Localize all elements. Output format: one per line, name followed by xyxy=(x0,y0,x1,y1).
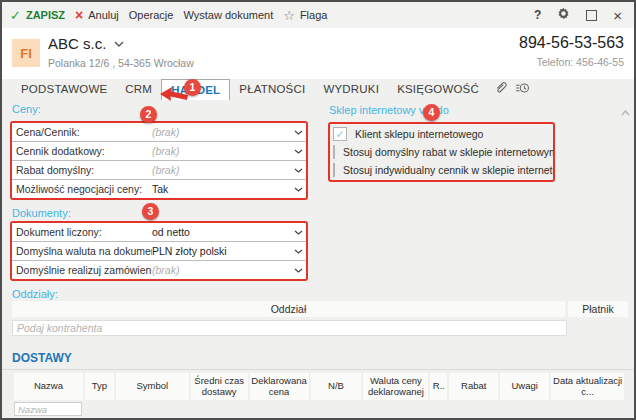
tax-id: 894-56-53-563 xyxy=(519,34,624,52)
paperclip-icon xyxy=(494,80,507,95)
tab-ksiegowosc[interactable]: KSIĘGOWOŚĆ xyxy=(388,79,488,100)
maximize-button[interactable] xyxy=(586,10,597,21)
field-value: (brak) xyxy=(152,145,290,157)
annotation-step-2: 2 xyxy=(140,106,157,123)
oddzialy-section-label: Oddziały: xyxy=(12,288,58,300)
company-name-label: ABC s.c. xyxy=(48,35,106,52)
field-value: PLN złoty polski xyxy=(152,245,290,257)
ceny-section-label: Ceny: xyxy=(12,103,41,115)
field-label: Dokument liczony: xyxy=(12,226,152,238)
field-label: Cena/Cennik: xyxy=(12,126,152,138)
checkbox-row-indywidualny-cennik[interactable]: Stosuj indywidualny cennik w sklepie int… xyxy=(330,161,553,179)
chevron-down-icon[interactable] xyxy=(290,149,306,154)
field-dokument-liczony[interactable]: Dokument liczony: od netto xyxy=(12,223,306,242)
flag-button[interactable]: ☆ Flaga xyxy=(283,9,327,22)
star-icon: ☆ xyxy=(283,9,295,22)
operations-menu[interactable]: Operacje xyxy=(129,9,174,21)
check-icon: ✓ xyxy=(10,9,21,22)
gear-icon xyxy=(557,7,570,20)
tab-platnosci[interactable]: PŁATNOŚCI xyxy=(230,79,314,100)
tab-wydruki[interactable]: WYDRUKI xyxy=(314,79,388,100)
field-value: (brak) xyxy=(152,264,290,276)
column-header-uwagi[interactable]: Uwagi xyxy=(500,373,549,400)
field-value: Tak xyxy=(152,183,290,195)
column-header-deklarowana-cena[interactable]: Deklarowana cena xyxy=(250,373,309,400)
field-value: (brak) xyxy=(152,126,290,138)
cancel-button[interactable]: × Anuluj xyxy=(75,8,119,22)
contractor-header: FI ABC s.c. Polanka 12/6 , 54-365 Wrocła… xyxy=(2,28,634,80)
column-header-symbol[interactable]: Symbol xyxy=(116,373,189,400)
help-button[interactable]: ? xyxy=(534,8,541,22)
tab-bar: PODSTAWOWE CRM HANDEL PŁATNOŚCI WYDRUKI … xyxy=(2,79,634,100)
column-header-sredni-czas[interactable]: Średni czas dostawy xyxy=(191,373,248,400)
history-button[interactable] xyxy=(515,81,530,99)
operations-label: Operacje xyxy=(129,9,174,21)
checkbox-row-klient-sklepu[interactable]: ✓ Klient sklepu internetowego xyxy=(330,125,553,143)
chevron-down-icon[interactable] xyxy=(290,168,306,173)
dostawy-nazwa-filter-input[interactable] xyxy=(14,402,82,416)
dostawy-table-header: Nazwa Typ Symbol Średni czas dostawy Dek… xyxy=(14,373,624,400)
field-cena-cennik[interactable]: Cena/Cennik: (brak) xyxy=(12,123,306,142)
phone-number: Telefon: 456-46-55 xyxy=(536,56,624,68)
toolbar: ✓ ZAPISZ × Anuluj Operacje Wystaw dokume… xyxy=(2,2,634,29)
checkbox-label: Stosuj indywidualny cennik w sklepie int… xyxy=(343,164,555,176)
column-header-typ[interactable]: Typ xyxy=(85,373,114,400)
field-realizuj-zamowienie[interactable]: Domyślnie realizuj zamówienie jako: (bra… xyxy=(12,261,306,279)
field-domyslna-waluta[interactable]: Domyślna waluta na dokumencie: PLN złoty… xyxy=(12,242,306,261)
dostawy-section-title: DOSTAWY xyxy=(12,351,72,365)
column-header-rabat[interactable]: Rabat xyxy=(449,373,498,400)
field-label: Domyślnie realizuj zamówienie jako: xyxy=(12,264,152,276)
cancel-button-label: Anuluj xyxy=(88,9,119,21)
chevron-down-icon[interactable] xyxy=(290,230,306,235)
tab-extra-icons xyxy=(494,79,530,100)
checkbox-label: Stosuj domyślny rabat w sklepie internet… xyxy=(343,146,555,158)
checkbox-unchecked-icon[interactable] xyxy=(333,145,335,159)
checkbox-unchecked-icon[interactable] xyxy=(333,163,335,177)
chevron-down-icon[interactable] xyxy=(290,130,306,135)
field-negocjacja-ceny[interactable]: Możliwość negocjacji ceny: Tak xyxy=(12,180,306,198)
issue-document-label: Wystaw dokument xyxy=(183,9,273,21)
field-label: Możliwość negocjacji ceny: xyxy=(12,183,152,195)
save-button[interactable]: ✓ ZAPISZ xyxy=(10,9,65,22)
app-window: ✓ ZAPISZ × Anuluj Operacje Wystaw dokume… xyxy=(0,0,636,420)
chevron-down-icon[interactable] xyxy=(290,268,306,273)
scrollbar-up-arrow[interactable] xyxy=(621,102,630,120)
company-address: Polanka 12/6 , 54-365 Wrocław xyxy=(48,57,194,69)
dostawy-separator xyxy=(2,369,634,370)
history-clock-icon xyxy=(515,81,530,95)
field-value: od netto xyxy=(152,226,290,238)
column-header-oddzial[interactable]: Oddział xyxy=(12,301,565,317)
attachments-button[interactable] xyxy=(494,80,507,99)
settings-button[interactable] xyxy=(557,6,570,24)
dokumenty-field-group: Dokument liczony: od netto Domyślna walu… xyxy=(10,221,308,281)
avatar: FI xyxy=(12,39,40,67)
field-label: Cennik dodatkowy: xyxy=(12,145,152,157)
chevron-down-icon[interactable] xyxy=(290,249,306,254)
kontrahent-search-input[interactable] xyxy=(12,320,567,336)
issue-document-menu[interactable]: Wystaw dokument xyxy=(183,9,273,21)
close-button[interactable]: × xyxy=(613,8,622,23)
field-cennik-dodatkowy[interactable]: Cennik dodatkowy: (brak) xyxy=(12,142,306,161)
field-rabat-domyslny[interactable]: Rabat domyślny: (brak) xyxy=(12,161,306,180)
save-button-label: ZAPISZ xyxy=(26,9,65,21)
tab-podstawowe[interactable]: PODSTAWOWE xyxy=(12,79,116,100)
annotation-step-4: 4 xyxy=(423,104,440,121)
ceny-field-group: Cena/Cennik: (brak) Cennik dodatkowy: (b… xyxy=(10,121,308,200)
column-header-platnik[interactable]: Płatnik xyxy=(568,301,628,317)
checkbox-checked-icon[interactable]: ✓ xyxy=(333,127,347,141)
column-header-nb[interactable]: N/B xyxy=(311,373,362,400)
annotation-step-3: 3 xyxy=(142,203,159,220)
column-header-r[interactable]: R.. xyxy=(430,373,447,400)
checkbox-row-domyslny-rabat[interactable]: Stosuj domyślny rabat w sklepie internet… xyxy=(330,143,553,161)
checkbox-label: Klient sklepu internetowego xyxy=(355,128,483,140)
annotation-step-1: 1 xyxy=(184,79,201,96)
column-header-waluta[interactable]: Waluta ceny deklarowanej xyxy=(363,373,428,400)
tab-crm[interactable]: CRM xyxy=(116,79,161,100)
company-name[interactable]: ABC s.c. xyxy=(48,35,124,52)
chevron-down-icon[interactable] xyxy=(290,187,306,192)
sklep-checkbox-group: ✓ Klient sklepu internetowego Stosuj dom… xyxy=(328,122,555,182)
column-header-data-aktualizacji[interactable]: Data aktualizacji c... xyxy=(551,373,624,400)
column-header-nazwa[interactable]: Nazwa xyxy=(14,373,83,400)
chevron-down-icon xyxy=(114,41,124,47)
cancel-icon: × xyxy=(75,8,83,22)
